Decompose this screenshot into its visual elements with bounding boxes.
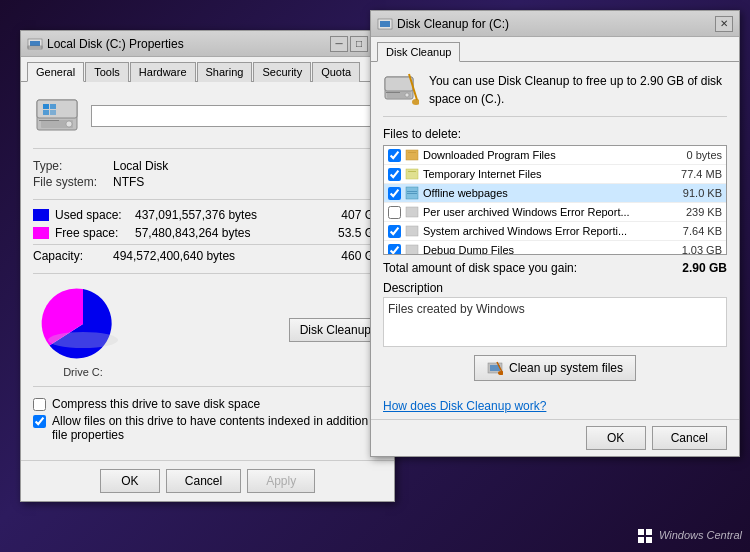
file-size-2: 91.0 KB <box>667 187 722 199</box>
svg-point-12 <box>48 332 118 348</box>
svg-rect-19 <box>386 92 400 93</box>
list-item: Offline webpages 91.0 KB <box>384 184 726 203</box>
file-icon-0 <box>405 148 419 162</box>
file-check-0[interactable] <box>388 149 401 162</box>
drive-c-label: Drive C: <box>63 366 103 378</box>
file-icon-2 <box>405 186 419 200</box>
cleanup-title-buttons: ✕ <box>715 16 733 32</box>
file-size-4: 7.64 KB <box>667 225 722 237</box>
list-item: Debug Dump Files 1.03 GB <box>384 241 726 255</box>
svg-point-6 <box>66 121 72 127</box>
tab-security[interactable]: Security <box>253 62 311 82</box>
files-to-delete-label: Files to delete: <box>383 127 727 141</box>
compress-row: Compress this drive to save disk space <box>33 397 382 411</box>
minimize-button[interactable]: ─ <box>330 36 348 52</box>
svg-rect-39 <box>646 537 652 543</box>
list-item: Downloaded Program Files 0 bytes <box>384 146 726 165</box>
file-check-3[interactable] <box>388 206 401 219</box>
file-name-4: System archived Windows Error Reporti... <box>423 225 663 237</box>
description-section: Description Files created by Windows <box>383 281 727 347</box>
index-checkbox[interactable] <box>33 415 46 428</box>
file-name-2: Offline webpages <box>423 187 663 199</box>
type-row: Type: Local Disk <box>33 159 382 173</box>
list-item: Per user archived Windows Error Report..… <box>384 203 726 222</box>
properties-title-bar: Local Disk (C:) Properties ─ □ ✕ <box>21 31 394 57</box>
drive-icon <box>33 92 81 140</box>
file-size-0: 0 bytes <box>667 149 722 161</box>
cleanup-tab-bar: Disk Cleanup <box>371 37 739 62</box>
file-check-5[interactable] <box>388 244 401 256</box>
list-item: Temporary Internet Files 77.4 MB <box>384 165 726 184</box>
capacity-label: Capacity: <box>33 249 113 263</box>
cleanup-cancel-button[interactable]: Cancel <box>652 426 727 450</box>
cleanup-content: You can use Disk Cleanup to free up to 2… <box>371 62 739 399</box>
tab-hardware[interactable]: Hardware <box>130 62 196 82</box>
checkbox-section: Compress this drive to save disk space A… <box>33 397 382 442</box>
tab-tools[interactable]: Tools <box>85 62 129 82</box>
file-icon-1 <box>405 167 419 181</box>
free-label: Free space: <box>55 226 135 240</box>
svg-rect-36 <box>638 529 644 535</box>
cleanup-btn-container: Disk Cleanup <box>289 318 382 342</box>
svg-rect-23 <box>408 152 416 153</box>
file-name-0: Downloaded Program Files <box>423 149 663 161</box>
type-fs-section: Type: Local Disk File system: NTFS <box>33 159 382 200</box>
capacity-bytes: 494,572,400,640 bytes <box>113 249 322 263</box>
description-text: Files created by Windows <box>388 302 525 316</box>
total-label: Total amount of disk space you gain: <box>383 261 577 275</box>
cleanup-tab[interactable]: Disk Cleanup <box>377 42 460 62</box>
filesystem-value: NTFS <box>113 175 144 189</box>
tab-general[interactable]: General <box>27 62 84 82</box>
properties-cancel-button[interactable]: Cancel <box>166 469 241 493</box>
file-check-1[interactable] <box>388 168 401 181</box>
file-check-4[interactable] <box>388 225 401 238</box>
drive-label-input[interactable] <box>91 105 382 127</box>
tab-bar: General Tools Hardware Sharing Security … <box>21 57 394 82</box>
svg-rect-2 <box>28 46 42 48</box>
maximize-button[interactable]: □ <box>350 36 368 52</box>
pie-chart <box>33 282 133 362</box>
properties-ok-button[interactable]: OK <box>100 469 160 493</box>
file-size-5: 1.03 GB <box>667 244 722 255</box>
compress-checkbox[interactable] <box>33 398 46 411</box>
file-icon-3 <box>405 205 419 219</box>
svg-rect-16 <box>385 77 413 91</box>
tab-sharing[interactable]: Sharing <box>197 62 253 82</box>
tab-quota[interactable]: Quota <box>312 62 360 82</box>
properties-apply-button[interactable]: Apply <box>247 469 315 493</box>
compress-label: Compress this drive to save disk space <box>52 397 260 411</box>
svg-rect-9 <box>50 104 56 109</box>
file-name-5: Debug Dump Files <box>423 244 663 255</box>
svg-rect-30 <box>406 226 418 236</box>
chart-area: Drive C: Disk Cleanup <box>33 282 382 387</box>
cleanup-ok-button[interactable]: OK <box>586 426 646 450</box>
svg-rect-7 <box>39 120 59 121</box>
cleanup-help-link[interactable]: How does Disk Cleanup work? <box>371 399 739 413</box>
svg-rect-8 <box>43 104 49 109</box>
svg-rect-28 <box>407 193 417 194</box>
total-space-row: Total amount of disk space you gain: 2.9… <box>383 261 727 275</box>
cleanup-title-bar: Disk Cleanup for (C:) ✕ <box>371 11 739 37</box>
file-check-2[interactable] <box>388 187 401 200</box>
svg-rect-38 <box>638 537 644 543</box>
file-size-3: 239 KB <box>667 206 722 218</box>
index-label: Allow files on this drive to have conten… <box>52 414 382 442</box>
list-item: System archived Windows Error Reporti...… <box>384 222 726 241</box>
cleanup-close-button[interactable]: ✕ <box>715 16 733 32</box>
svg-rect-25 <box>408 171 416 172</box>
cleanup-title-icon <box>377 16 393 32</box>
system-files-btn-row: Clean up system files <box>383 355 727 381</box>
free-space-row: Free space: 57,480,843,264 bytes 53.5 GB <box>33 226 382 240</box>
svg-rect-29 <box>406 207 418 217</box>
disk-cleanup-button[interactable]: Disk Cleanup <box>289 318 382 342</box>
clean-system-files-button[interactable]: Clean up system files <box>474 355 636 381</box>
properties-title-text: Local Disk (C:) Properties <box>47 37 184 51</box>
windows-logo-icon <box>637 528 653 544</box>
total-value: 2.90 GB <box>682 261 727 275</box>
cleanup-header: You can use Disk Cleanup to free up to 2… <box>383 72 727 117</box>
svg-rect-24 <box>406 169 418 179</box>
filesystem-row: File system: NTFS <box>33 175 382 189</box>
svg-rect-22 <box>406 150 418 160</box>
index-row: Allow files on this drive to have conten… <box>33 414 382 442</box>
type-label: Type: <box>33 159 113 173</box>
